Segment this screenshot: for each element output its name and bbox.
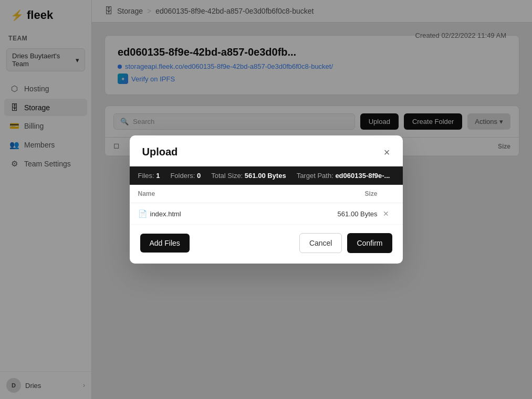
remove-file-button[interactable]: ✕ bbox=[378, 209, 394, 218]
file-name: index.html bbox=[150, 210, 181, 218]
confirm-button[interactable]: Confirm bbox=[347, 233, 392, 253]
folders-count: 0 bbox=[197, 172, 201, 180]
name-col-header: Name bbox=[138, 190, 365, 197]
file-icon: 📄 bbox=[138, 209, 147, 218]
modal-footer: Add Files Cancel Confirm bbox=[130, 225, 403, 264]
upload-modal: Upload × Files: 1 Folders: 0 Total Size:… bbox=[130, 135, 403, 264]
action-col-header bbox=[378, 190, 394, 197]
file-size: 561.00 Bytes bbox=[338, 210, 378, 218]
files-label: Files: bbox=[138, 172, 154, 180]
path-label: Target Path: bbox=[297, 172, 333, 180]
modal-header: Upload × bbox=[130, 135, 403, 166]
path-stat: Target Path: ed060135-8f9e-... bbox=[297, 172, 390, 180]
close-button[interactable]: × bbox=[384, 147, 390, 158]
modal-file-table: Name Size 📄 index.html 561.00 Bytes ✕ bbox=[130, 185, 403, 225]
folders-stat: Folders: 0 bbox=[170, 172, 201, 180]
size-col-header: Size bbox=[364, 190, 377, 197]
cancel-button[interactable]: Cancel bbox=[299, 233, 342, 253]
size-stat: Total Size: 561.00 Bytes bbox=[211, 172, 286, 180]
folders-label: Folders: bbox=[170, 172, 195, 180]
files-count: 1 bbox=[156, 172, 160, 180]
files-stat: Files: 1 bbox=[138, 172, 160, 180]
table-row: 📄 index.html 561.00 Bytes ✕ bbox=[130, 203, 403, 225]
size-value: 561.00 Bytes bbox=[245, 172, 286, 180]
modal-title: Upload bbox=[142, 146, 178, 158]
path-value: ed060135-8f9e-... bbox=[335, 172, 390, 180]
add-files-button[interactable]: Add Files bbox=[140, 234, 190, 253]
upload-stats-bar: Files: 1 Folders: 0 Total Size: 561.00 B… bbox=[130, 166, 403, 185]
size-label: Total Size: bbox=[211, 172, 243, 180]
modal-table-header: Name Size bbox=[130, 185, 403, 203]
file-name-cell: 📄 index.html bbox=[138, 209, 338, 218]
modal-action-buttons: Cancel Confirm bbox=[299, 233, 392, 253]
modal-overlay[interactable]: Upload × Files: 1 Folders: 0 Total Size:… bbox=[0, 0, 532, 399]
